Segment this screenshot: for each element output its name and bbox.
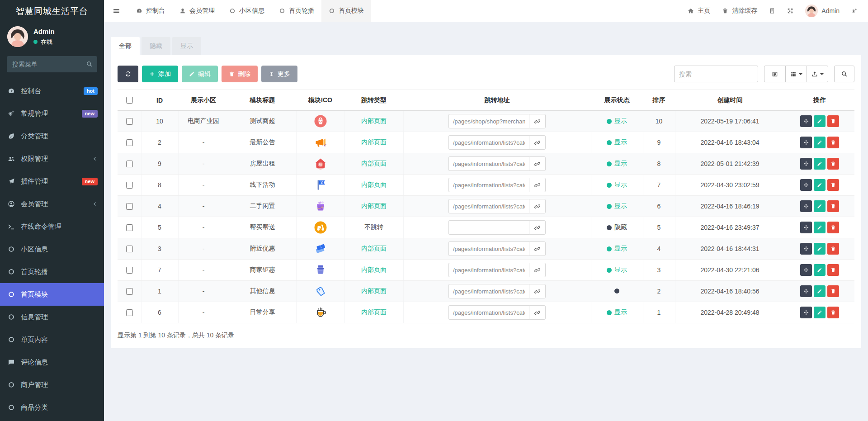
search-button[interactable] <box>834 66 854 82</box>
sidebar-item-info-manage[interactable]: 信息管理 <box>0 306 104 328</box>
delete-row-button[interactable] <box>827 179 839 191</box>
delete-row-button[interactable] <box>827 222 839 233</box>
move-row-button[interactable] <box>800 158 812 170</box>
open-link-button[interactable] <box>529 135 546 150</box>
sidebar-item-home-modules[interactable]: 首页模块 <box>0 283 104 306</box>
sidebar-item-home-carousel[interactable]: 首页轮播 <box>0 260 104 283</box>
jump-url-input[interactable] <box>448 284 529 298</box>
refresh-button[interactable] <box>118 66 138 82</box>
nav-tab-home-carousel[interactable]: 首页轮播 <box>272 0 321 22</box>
jump-url-input[interactable] <box>448 178 529 192</box>
edit-row-button[interactable] <box>814 137 826 148</box>
jump-url-input[interactable] <box>448 305 529 320</box>
sidebar-item-online-command[interactable]: 在线命令管理 <box>0 215 104 238</box>
select-all-checkbox[interactable] <box>126 97 133 104</box>
sidebar-item-goods-category[interactable]: 商品分类 <box>0 396 104 419</box>
delete-row-button[interactable] <box>827 115 839 127</box>
row-checkbox[interactable] <box>126 203 133 210</box>
export-button[interactable] <box>807 66 828 82</box>
sidebar-search-input[interactable] <box>7 56 97 72</box>
row-checkbox[interactable] <box>126 224 133 231</box>
delete-row-button[interactable] <box>827 307 839 318</box>
detail-view-button[interactable] <box>764 66 786 82</box>
edit-row-button[interactable] <box>814 158 826 170</box>
delete-row-button[interactable] <box>827 137 839 148</box>
fullscreen-button[interactable] <box>781 0 799 22</box>
add-button[interactable]: 添加 <box>142 66 178 82</box>
jump-url-input[interactable] <box>448 135 529 150</box>
move-row-button[interactable] <box>800 200 812 212</box>
open-link-button[interactable] <box>529 199 546 213</box>
row-checkbox[interactable] <box>126 182 133 189</box>
nav-tab-community-info[interactable]: 小区信息 <box>222 0 272 22</box>
move-row-button[interactable] <box>800 307 812 318</box>
sidebar-item-community-info[interactable]: 小区信息 <box>0 238 104 260</box>
delete-row-button[interactable] <box>827 200 839 212</box>
edit-row-button[interactable] <box>814 179 826 191</box>
edit-row-button[interactable] <box>814 264 826 276</box>
columns-button[interactable] <box>785 66 807 82</box>
edit-row-button[interactable] <box>814 222 826 233</box>
sidebar-item-member[interactable]: 会员管理 <box>0 193 104 215</box>
user-menu[interactable]: Admin <box>799 0 845 22</box>
jump-url-input[interactable] <box>448 220 529 235</box>
table-search-input[interactable] <box>674 66 758 82</box>
row-checkbox[interactable] <box>126 267 133 274</box>
filter-tab-all[interactable]: 全部 <box>111 37 140 55</box>
row-checkbox[interactable] <box>126 246 133 252</box>
nav-tab-member[interactable]: 会员管理 <box>172 0 222 22</box>
delete-row-button[interactable] <box>827 285 839 297</box>
move-row-button[interactable] <box>800 285 812 297</box>
more-button[interactable]: 更多 <box>261 66 297 82</box>
move-row-button[interactable] <box>800 222 812 233</box>
sidebar-item-comments[interactable]: 评论信息 <box>0 351 104 374</box>
filter-tab-hidden[interactable]: 隐藏 <box>142 37 170 55</box>
edit-row-button[interactable] <box>814 285 826 297</box>
row-checkbox[interactable] <box>126 161 133 167</box>
settings-button[interactable] <box>845 0 863 22</box>
edit-button[interactable]: 编辑 <box>182 66 218 82</box>
edit-row-button[interactable] <box>814 200 826 212</box>
delete-row-button[interactable] <box>827 264 839 276</box>
open-link-button[interactable] <box>529 114 546 128</box>
row-checkbox[interactable] <box>126 309 133 316</box>
row-checkbox[interactable] <box>126 118 133 125</box>
row-checkbox[interactable] <box>126 288 133 295</box>
sidebar-item-merchants[interactable]: 商户管理 <box>0 374 104 396</box>
move-row-button[interactable] <box>800 179 812 191</box>
sidebar-item-permission[interactable]: 权限管理 <box>0 147 104 170</box>
jump-url-input[interactable] <box>448 156 529 171</box>
hamburger-icon[interactable] <box>104 0 129 22</box>
open-link-button[interactable] <box>529 241 546 256</box>
edit-row-button[interactable] <box>814 307 826 318</box>
log-button[interactable] <box>763 0 781 22</box>
jump-url-input[interactable] <box>448 241 529 256</box>
open-link-button[interactable] <box>529 305 546 320</box>
edit-row-button[interactable] <box>814 115 826 127</box>
jump-url-input[interactable] <box>448 114 529 128</box>
clear-cache-button[interactable]: 清除缓存 <box>716 0 763 22</box>
filter-tab-visible[interactable]: 显示 <box>172 37 201 55</box>
edit-row-button[interactable] <box>814 243 826 255</box>
nav-tab-dashboard[interactable]: 控制台 <box>129 0 172 22</box>
nav-tab-home-modules[interactable]: 首页模块 <box>321 0 371 22</box>
open-link-button[interactable] <box>529 178 546 192</box>
delete-row-button[interactable] <box>827 158 839 170</box>
row-checkbox[interactable] <box>126 139 133 146</box>
move-row-button[interactable] <box>800 264 812 276</box>
delete-row-button[interactable] <box>827 243 839 255</box>
sidebar-item-plugin[interactable]: 插件管理new <box>0 170 104 193</box>
sidebar-item-dashboard[interactable]: 控制台hot <box>0 80 104 102</box>
move-row-button[interactable] <box>800 115 812 127</box>
move-row-button[interactable] <box>800 243 812 255</box>
open-link-button[interactable] <box>529 263 546 277</box>
move-row-button[interactable] <box>800 137 812 148</box>
delete-button[interactable]: 删除 <box>222 66 258 82</box>
jump-url-input[interactable] <box>448 199 529 213</box>
jump-url-input[interactable] <box>448 263 529 277</box>
sidebar-item-general[interactable]: 常规管理new <box>0 102 104 125</box>
open-link-button[interactable] <box>529 220 546 235</box>
sidebar-item-single-page[interactable]: 单页内容 <box>0 328 104 351</box>
open-link-button[interactable] <box>529 284 546 298</box>
open-link-button[interactable] <box>529 156 546 171</box>
